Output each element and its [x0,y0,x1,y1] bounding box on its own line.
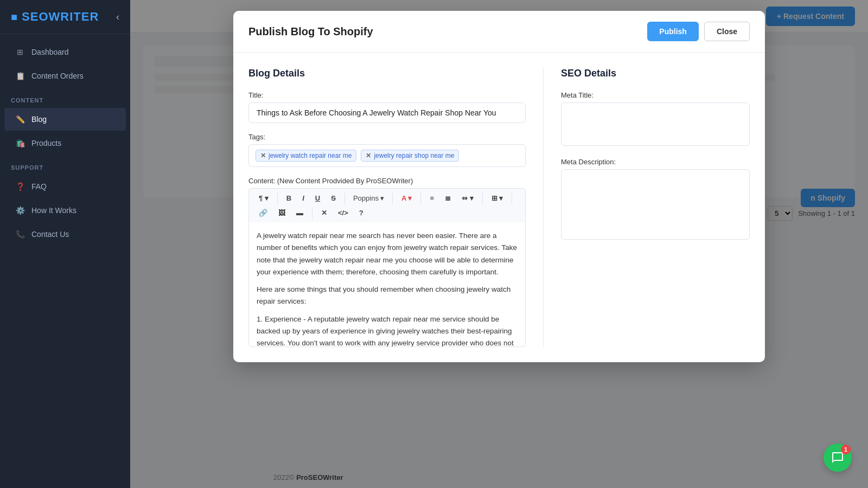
modal-body: Blog Details Title: Tags: ✕ jewelry watc… [233,53,765,362]
toolbar-unordered-list-button[interactable]: ≡ [425,192,438,204]
sidebar-item-label: Blog [31,115,47,124]
sidebar-item-contact-us[interactable]: 📞 Contact Us [4,223,126,246]
main-area: + Request Content n Shopify 5 Showing 1 … [130,0,868,488]
sidebar-item-label: Products [31,139,61,147]
sidebar-nav: ⊞ Dashboard 📋 Content Orders CONTENT ✏️ … [0,34,130,488]
meta-description-label: Meta Description: [561,158,750,166]
sidebar-collapse-button[interactable]: ‹ [116,11,119,23]
toolbar-sep [482,193,483,204]
toolbar-paragraph-button[interactable]: ¶ ▾ [254,192,273,204]
toolbar-sep [344,193,345,204]
toolbar-image-button[interactable]: 🖼 [274,207,290,219]
toolbar-italic-button[interactable]: I [298,192,309,204]
tags-field-group: Tags: ✕ jewelry watch repair near me ✕ j… [248,133,526,167]
chat-bubble-button[interactable]: 1 [824,444,852,472]
seo-details-section: SEO Details Meta Title: Meta Description… [544,68,750,347]
editor-content[interactable]: A jewelry watch repair near me search ha… [248,222,526,347]
meta-description-input[interactable] [561,169,750,240]
toolbar-table-button[interactable]: ⊞ ▾ [487,192,508,204]
toolbar-help-button[interactable]: ? [355,207,368,219]
toolbar-sep [512,193,512,204]
toolbar-code-button[interactable]: </> [334,207,353,219]
tag-text: jewelry watch repair near me [269,152,352,159]
toolbar-font-color-button[interactable]: A ▾ [397,192,417,204]
toolbar-link-button[interactable]: 🔗 [254,207,272,219]
meta-title-label: Meta Title: [561,91,750,99]
toolbar-bold-button[interactable]: B [282,192,296,204]
content-paragraph-3: 1. Experience - A reputable jewelry watc… [257,313,518,347]
modal-title: Publish Blog To Shopify [248,25,373,38]
close-button[interactable]: Close [704,22,750,41]
content-field-group: Content: (New Content Prodvided By ProSE… [248,177,526,347]
tag-item: ✕ jewelry repair shop near me [361,150,459,162]
sidebar-item-label: Contact Us [31,230,69,239]
toolbar-delete-button[interactable]: ✕ [317,207,331,219]
sidebar-item-label: How It Works [31,206,76,215]
modal-overlay: Publish Blog To Shopify Publish Close Bl… [130,0,868,488]
publish-modal: Publish Blog To Shopify Publish Close Bl… [233,11,765,362]
tags-container: ✕ jewelry watch repair near me ✕ jewelry… [248,144,526,167]
title-field-group: Title: [248,91,526,123]
sidebar-item-label: FAQ [31,182,47,191]
meta-title-field-group: Meta Title: [561,91,750,148]
section-label-support: SUPPORT [0,156,130,174]
blog-details-section: Blog Details Title: Tags: ✕ jewelry watc… [248,68,544,347]
sidebar-item-faq[interactable]: ❓ FAQ [4,175,126,198]
sidebar-item-blog[interactable]: ✏️ Blog [4,108,126,131]
tag-remove-button[interactable]: ✕ [260,152,266,159]
toolbar-strikethrough-button[interactable]: S [327,192,340,204]
logo-label: SEOWRITER [22,10,99,23]
content-paragraph-2: Here are some things that you should rem… [257,284,518,308]
sidebar-item-how-it-works[interactable]: ⚙️ How It Works [4,199,126,222]
blog-icon: ✏️ [15,114,25,124]
products-icon: 🛍️ [15,138,25,148]
seo-details-title: SEO Details [561,68,750,79]
meta-description-field-group: Meta Description: [561,158,750,242]
faq-icon: ❓ [15,182,25,191]
logo-icon: ■ [11,11,17,23]
sidebar: ■ SEOWRITER ‹ ⊞ Dashboard 📋 Content Orde… [0,0,130,488]
chat-badge: 1 [841,445,851,454]
toolbar-sep [420,193,421,204]
publish-button[interactable]: Publish [647,22,699,41]
font-name: Poppins [353,194,379,202]
tag-text: jewelry repair shop near me [374,152,454,159]
sidebar-item-label: Content Orders [31,72,84,80]
content-label: Content: (New Content Prodvided By ProSE… [248,177,526,185]
blog-details-title: Blog Details [248,68,526,79]
tags-label: Tags: [248,133,526,141]
logo-text: SEOWRITER [22,10,99,24]
sidebar-item-label: Dashboard [31,48,69,56]
toolbar-embed-button[interactable]: ▬ [292,207,308,219]
content-orders-icon: 📋 [15,71,25,81]
toolbar-sep [392,193,393,204]
sidebar-item-dashboard[interactable]: ⊞ Dashboard [4,41,126,63]
toolbar-ordered-list-button[interactable]: ≣ [441,192,455,204]
toolbar-sep [312,208,312,219]
content-paragraph-1: A jewelry watch repair near me search ha… [257,230,518,278]
editor-toolbar: ¶ ▾ B I U S Poppins ▾ A [248,188,526,222]
sidebar-logo: ■ SEOWRITER ‹ [0,0,130,34]
toolbar-underline-button[interactable]: U [311,192,324,204]
sidebar-item-products[interactable]: 🛍️ Products [4,132,126,155]
meta-title-input[interactable] [561,102,750,146]
dashboard-icon: ⊞ [15,47,25,57]
contact-us-icon: 📞 [15,229,25,239]
chevron-down-icon: ▾ [380,194,384,202]
tag-remove-button[interactable]: ✕ [366,152,371,159]
section-label-content: CONTENT [0,88,130,107]
how-it-works-icon: ⚙️ [15,206,25,215]
sidebar-item-content-orders[interactable]: 📋 Content Orders [4,65,126,87]
tag-item: ✕ jewelry watch repair near me [256,150,356,162]
title-label: Title: [248,91,526,99]
toolbar-sep [277,193,278,204]
toolbar-font-dropdown[interactable]: Poppins ▾ [349,192,388,204]
modal-header: Publish Blog To Shopify Publish Close [233,11,765,53]
toolbar-align-button[interactable]: ⇔ ▾ [457,192,478,204]
modal-header-actions: Publish Close [647,22,750,41]
title-input[interactable] [248,102,526,123]
